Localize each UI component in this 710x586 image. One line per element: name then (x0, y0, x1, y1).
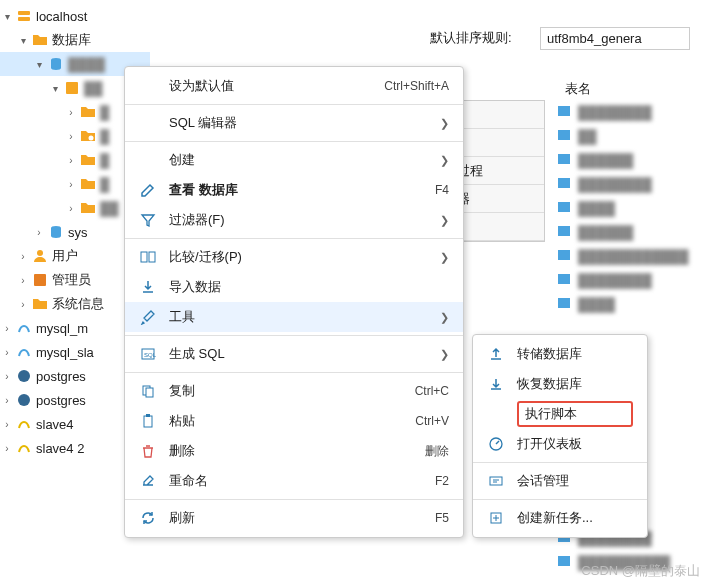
postgres-icon (16, 368, 32, 384)
chevron-icon: › (0, 347, 14, 358)
menu-gen-sql[interactable]: SQL生成 SQL❯ (125, 339, 463, 369)
folder-db-icon (32, 32, 48, 48)
sort-rule-label: 默认排序规则: (430, 29, 540, 47)
svg-rect-30 (490, 477, 502, 485)
sort-rule-value[interactable]: utf8mb4_genera (540, 27, 690, 50)
tree-label: postgres (36, 369, 86, 384)
tools-submenu[interactable]: 转储数据库 恢复数据库 执行脚本 打开仪表板 会话管理 创建新任务... (472, 334, 648, 538)
filter-icon (139, 211, 157, 229)
mysql-icon (16, 320, 32, 336)
database-icon (48, 56, 64, 72)
menu-delete[interactable]: 删除删除 (125, 436, 463, 466)
menu-copy[interactable]: 复制Ctrl+C (125, 376, 463, 406)
menu-import[interactable]: 导入数据 (125, 272, 463, 302)
table-icon (556, 271, 572, 290)
svg-point-8 (18, 370, 30, 382)
tree-label: 用户 (52, 247, 78, 265)
menu-view-database[interactable]: 查看 数据库F4 (125, 175, 463, 205)
list-item[interactable]: ████████ (556, 100, 710, 124)
import-icon (487, 375, 505, 393)
new-task-icon (487, 509, 505, 527)
list-item[interactable]: ██ (556, 124, 710, 148)
table-icon (556, 247, 572, 266)
tree-host[interactable]: ▾ localhost (0, 4, 150, 28)
folder-icon (80, 104, 96, 120)
postgres-icon (16, 392, 32, 408)
tree-label: █ (100, 177, 109, 192)
compare-icon (139, 248, 157, 266)
list-item[interactable]: ██████ (556, 148, 710, 172)
svg-point-4 (89, 136, 94, 141)
table-icon (556, 223, 572, 242)
twisty-icon: ▾ (32, 59, 46, 70)
chevron-right-icon: ❯ (440, 214, 449, 227)
menu-set-default[interactable]: 设为默认值Ctrl+Shift+A (125, 71, 463, 101)
svg-rect-14 (558, 202, 570, 212)
import-icon (139, 278, 157, 296)
folder-icon (80, 152, 96, 168)
tree-label: slave4 2 (36, 441, 84, 456)
chevron-icon: › (0, 395, 14, 406)
svg-rect-11 (558, 130, 570, 140)
chevron-right-icon: ❯ (440, 117, 449, 130)
tree-label: 系统信息 (52, 295, 104, 313)
server-icon (16, 8, 32, 24)
tree-label: ████ (68, 57, 105, 72)
tree-label: mysql_sla (36, 345, 94, 360)
menu-dashboard[interactable]: 打开仪表板 (473, 429, 647, 459)
mysql-icon (16, 440, 32, 456)
tree-label: ██ (84, 81, 102, 96)
menu-compare[interactable]: 比较/迁移(P)❯ (125, 242, 463, 272)
blank-icon (139, 77, 157, 95)
menu-session[interactable]: 会话管理 (473, 466, 647, 496)
menu-create[interactable]: 创建❯ (125, 145, 463, 175)
admin-icon (32, 272, 48, 288)
svg-rect-10 (558, 106, 570, 116)
svg-rect-21 (141, 252, 147, 262)
chevron-icon: › (16, 275, 30, 286)
chevron-icon: › (16, 299, 30, 310)
svg-rect-26 (146, 388, 153, 397)
chevron-right-icon: ❯ (440, 348, 449, 361)
menu-new-task[interactable]: 创建新任务... (473, 503, 647, 533)
menu-rename[interactable]: 重命名F2 (125, 466, 463, 496)
list-item[interactable]: ████████ (556, 172, 710, 196)
mysql-icon (16, 416, 32, 432)
menu-separator (473, 499, 647, 500)
menu-dump-db[interactable]: 转储数据库 (473, 339, 647, 369)
menu-tools[interactable]: 工具❯ (125, 302, 463, 332)
watermark: CSDN @隔壁的泰山 (581, 562, 700, 580)
chevron-right-icon: ❯ (440, 311, 449, 324)
list-item[interactable]: ████████████ (556, 244, 710, 268)
tree-label: postgres (36, 393, 86, 408)
menu-sql-editor[interactable]: SQL 编辑器❯ (125, 108, 463, 138)
tools-icon (139, 308, 157, 326)
svg-rect-18 (558, 298, 570, 308)
mysql-icon (16, 344, 32, 360)
context-menu[interactable]: 设为默认值Ctrl+Shift+A SQL 编辑器❯ 创建❯ 查看 数据库F4 … (124, 66, 464, 538)
list-item[interactable]: ██████ (556, 220, 710, 244)
menu-filter[interactable]: 过滤器(F)❯ (125, 205, 463, 235)
svg-rect-20 (558, 556, 570, 566)
menu-refresh[interactable]: 刷新F5 (125, 503, 463, 533)
table-icon (556, 127, 572, 146)
folder-ref-icon (80, 128, 96, 144)
session-icon (487, 472, 505, 490)
svg-rect-1 (18, 17, 30, 21)
schema-icon (64, 80, 80, 96)
chevron-icon: › (32, 227, 46, 238)
list-item[interactable]: ████ (556, 196, 710, 220)
menu-paste[interactable]: 粘贴Ctrl+V (125, 406, 463, 436)
table-icon (556, 553, 572, 572)
menu-execute-script[interactable]: 执行脚本 (473, 399, 647, 429)
tree-db-group[interactable]: ▾ 数据库 (0, 28, 150, 52)
menu-restore-db[interactable]: 恢复数据库 (473, 369, 647, 399)
table-icon (556, 103, 572, 122)
list-item[interactable]: ████ (556, 292, 710, 316)
svg-text:SQL: SQL (144, 352, 156, 358)
paste-icon (139, 412, 157, 430)
tree-label: █ (100, 153, 109, 168)
list-item[interactable]: ████████ (556, 268, 710, 292)
table-icon (556, 199, 572, 218)
blank-icon (139, 151, 157, 169)
